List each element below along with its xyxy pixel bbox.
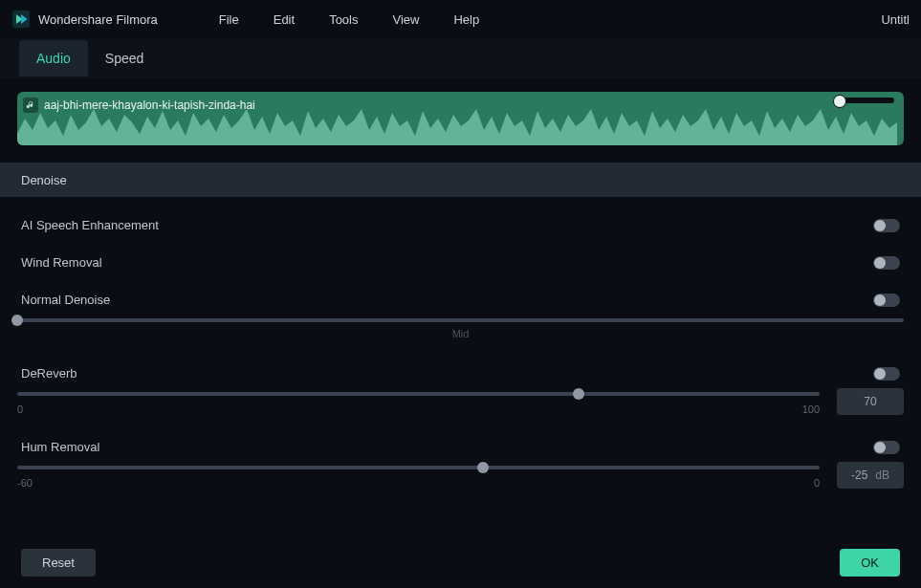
menu-file[interactable]: File xyxy=(202,9,256,31)
section-title-label: Denoise xyxy=(21,173,67,187)
section-title-denoise: Denoise xyxy=(0,163,921,197)
menu-help[interactable]: Help xyxy=(436,9,496,31)
range-min: 0 xyxy=(17,403,23,415)
slider-hum-removal: -60 0 -25 dB xyxy=(17,460,904,489)
clip-fade-handle[interactable] xyxy=(837,98,894,103)
slider-dereverb: 0 100 70 xyxy=(17,386,904,415)
reset-button[interactable]: Reset xyxy=(21,549,96,577)
app-logo-icon xyxy=(11,10,31,29)
app-name: Wondershare Filmora xyxy=(38,12,158,27)
toggle-hum-removal[interactable] xyxy=(873,441,900,454)
toggle-wind-removal[interactable] xyxy=(873,256,900,270)
footer: Reset OK xyxy=(0,536,921,588)
toggle-normal-denoise[interactable] xyxy=(873,294,900,307)
slider-range: 0 100 xyxy=(17,403,820,415)
clip-name: aaj-bhi-mere-khayalon-ki-tapish-zinda-ha… xyxy=(44,98,255,112)
value-dereverb[interactable]: 70 xyxy=(837,388,904,415)
tab-speed[interactable]: Speed xyxy=(88,40,161,76)
row-normal-denoise: Normal Denoise xyxy=(17,281,904,313)
tab-label: Audio xyxy=(36,51,71,66)
range-max: 100 xyxy=(802,403,820,415)
range-max: 0 xyxy=(814,477,820,489)
slider-normal-denoise[interactable]: Mid xyxy=(17,313,904,341)
tab-audio[interactable]: Audio xyxy=(19,40,88,76)
value-number: 70 xyxy=(864,395,876,408)
label-dereverb: DeReverb xyxy=(21,366,77,381)
slider-range: -60 0 xyxy=(17,477,820,489)
tick-mid: Mid xyxy=(452,328,470,339)
music-note-icon xyxy=(23,98,38,113)
slider-hum-track[interactable] xyxy=(17,460,820,471)
label-ai-speech: AI Speech Enhancement xyxy=(21,218,159,232)
clip-header: aaj-bhi-mere-khayalon-ki-tapish-zinda-ha… xyxy=(23,98,255,113)
label-wind-removal: Wind Removal xyxy=(21,255,102,270)
audio-clip[interactable]: aaj-bhi-mere-khayalon-ki-tapish-zinda-ha… xyxy=(17,92,904,145)
menu-edit[interactable]: Edit xyxy=(256,9,312,31)
document-title: Untitl xyxy=(881,12,910,27)
slider-thumb[interactable] xyxy=(573,388,584,400)
row-hum-removal: Hum Removal xyxy=(17,428,904,460)
range-min: -60 xyxy=(17,477,33,489)
toggle-ai-speech[interactable] xyxy=(873,219,900,232)
tab-bar: Audio Speed xyxy=(0,38,921,78)
slider-dereverb-track[interactable] xyxy=(17,386,820,398)
row-ai-speech: AI Speech Enhancement xyxy=(17,207,904,238)
slider-ticks: Mid xyxy=(17,328,904,339)
value-hum[interactable]: -25 dB xyxy=(837,462,904,489)
value-unit: dB xyxy=(875,468,889,482)
toggle-dereverb[interactable] xyxy=(873,367,900,381)
label-normal-denoise: Normal Denoise xyxy=(21,293,110,307)
ok-button[interactable]: OK xyxy=(840,549,900,577)
tab-label: Speed xyxy=(105,51,143,66)
menubar: Wondershare Filmora File Edit Tools View… xyxy=(0,0,921,38)
slider-thumb[interactable] xyxy=(477,462,489,473)
row-wind-removal: Wind Removal xyxy=(17,244,904,275)
slider-thumb[interactable] xyxy=(11,315,23,326)
value-number: -25 xyxy=(851,468,867,482)
row-dereverb: DeReverb xyxy=(17,355,904,386)
menu-tools[interactable]: Tools xyxy=(312,9,375,31)
label-hum-removal: Hum Removal xyxy=(21,440,99,454)
menu-view[interactable]: View xyxy=(375,9,436,31)
